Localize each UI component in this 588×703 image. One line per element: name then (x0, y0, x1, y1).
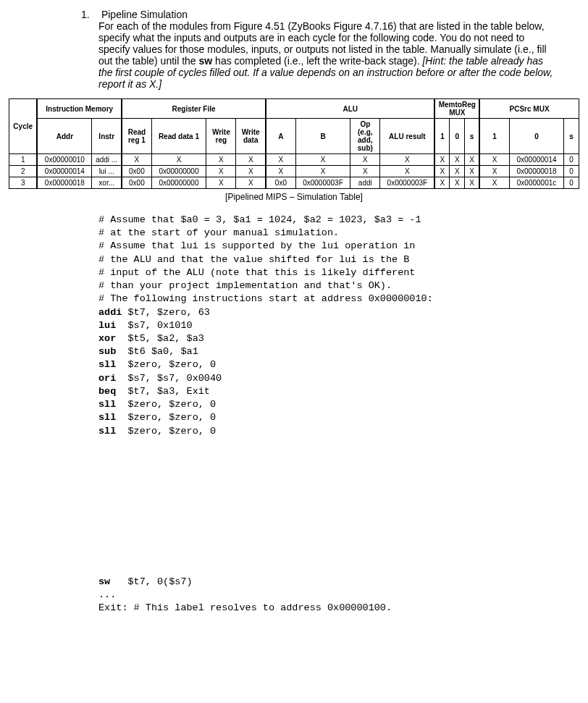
h-p0: 0 (509, 119, 563, 154)
h-rr1: Read reg 1 (122, 119, 151, 154)
data-cell: X (122, 154, 151, 166)
data-cell: X (295, 166, 350, 177)
simulation-table: Cycle Instruction Memory Register File A… (9, 98, 579, 189)
gh-alu: ALU (266, 99, 434, 119)
data-cell: 0x0000003F (380, 177, 434, 189)
data-cell: X (295, 154, 350, 166)
data-cell: 0x0 (266, 177, 295, 189)
h-ms: s (465, 119, 480, 154)
data-cell: X (479, 177, 509, 189)
data-cell: X (450, 166, 465, 177)
data-cell: 0x00000000 (151, 166, 206, 177)
question-number: 1. (81, 9, 98, 20)
h-a: A (266, 119, 295, 154)
data-cell: addi (350, 177, 380, 189)
group-header-row: Cycle Instruction Memory Register File A… (9, 99, 579, 119)
h-ps: s (564, 119, 579, 154)
data-cell: X (236, 166, 266, 177)
data-cell: X (206, 177, 236, 189)
data-cell: 0x0000001c (509, 177, 563, 189)
data-cell: X (434, 154, 450, 166)
data-cell: 0x00000014 (37, 166, 91, 177)
data-cell: X (266, 166, 295, 177)
data-cell: 0 (564, 166, 579, 177)
h-addr: Addr (37, 119, 91, 154)
table-row: 10x00000010addi ...XXXXXXXXXXXX0x0000001… (9, 154, 579, 166)
h-op: Op (e.g, add, sub) (350, 119, 380, 154)
data-cell: 0x00 (122, 177, 151, 189)
code-block-2: sw $t7, 0($s7) ... Exit: # This label re… (98, 576, 579, 615)
data-cell: X (380, 166, 434, 177)
data-cell: X (434, 177, 450, 189)
data-cell: X (465, 154, 480, 166)
data-cell: X (236, 154, 266, 166)
table-body: 10x00000010addi ...XXXXXXXXXXXX0x0000001… (9, 154, 579, 189)
h-m1: 1 (434, 119, 450, 154)
page-gap (9, 438, 579, 576)
data-cell: X (465, 166, 480, 177)
data-cell: X (266, 154, 295, 166)
question-title: Pipeline Simulation (101, 9, 188, 20)
h-alur: ALU result (380, 119, 434, 154)
gh-pcsrc: PCSrc MUX (479, 99, 579, 119)
data-cell: X (479, 166, 509, 177)
code-block: # Assume that $a0 = 3, $a1 = 1024, $a2 =… (98, 214, 579, 438)
data-cell: 0x0000003F (295, 177, 350, 189)
data-cell: X (450, 177, 465, 189)
data-cell: X (479, 154, 509, 166)
data-cell: addi ... (92, 154, 122, 166)
gh-memtoreg: MemtoReg MUX (434, 99, 479, 119)
cycle-cell: 2 (9, 166, 38, 177)
data-cell: xor... (92, 177, 122, 189)
data-cell: 0x00000018 (509, 166, 563, 177)
question-body: For each of the modules from Figure 4.51… (98, 20, 558, 90)
col-header-row: Addr Instr Read reg 1 Read data 1 Write … (9, 119, 579, 154)
h-instr: Instr (92, 119, 122, 154)
h-wr: Write reg (206, 119, 236, 154)
data-cell: X (434, 166, 450, 177)
data-cell: X (350, 154, 380, 166)
h-cycle: Cycle (9, 99, 38, 154)
data-cell: X (206, 166, 236, 177)
data-cell: 0x00 (122, 166, 151, 177)
gh-imem: Instruction Memory (37, 99, 122, 119)
data-cell: 0x00000010 (37, 154, 91, 166)
h-wd: Write data (236, 119, 266, 154)
question-block: 1. Pipeline Simulation For each of the m… (81, 9, 558, 90)
cycle-cell: 3 (9, 177, 38, 189)
data-cell: 0x00000018 (37, 177, 91, 189)
data-cell: X (206, 154, 236, 166)
gh-regfile: Register File (122, 99, 266, 119)
data-cell: X (380, 154, 434, 166)
data-cell: X (350, 166, 380, 177)
h-rd1: Read data 1 (151, 119, 206, 154)
h-p1: 1 (479, 119, 509, 154)
data-cell: X (236, 177, 266, 189)
cycle-cell: 1 (9, 154, 38, 166)
data-cell: X (465, 177, 480, 189)
data-cell: 0 (564, 154, 579, 166)
table-caption: [Pipelined MIPS – Simulation Table] (9, 192, 579, 202)
data-cell: X (450, 154, 465, 166)
data-cell: 0x00000000 (151, 177, 206, 189)
table-row: 30x00000018xor...0x000x00000000XX0x00x00… (9, 177, 579, 189)
h-m0: 0 (450, 119, 465, 154)
table-row: 20x00000014lui ...0x000x00000000XXXXXXXX… (9, 166, 579, 177)
data-cell: X (151, 154, 206, 166)
data-cell: 0 (564, 177, 579, 189)
data-cell: 0x00000014 (509, 154, 563, 166)
data-cell: lui ... (92, 166, 122, 177)
h-b: B (295, 119, 350, 154)
